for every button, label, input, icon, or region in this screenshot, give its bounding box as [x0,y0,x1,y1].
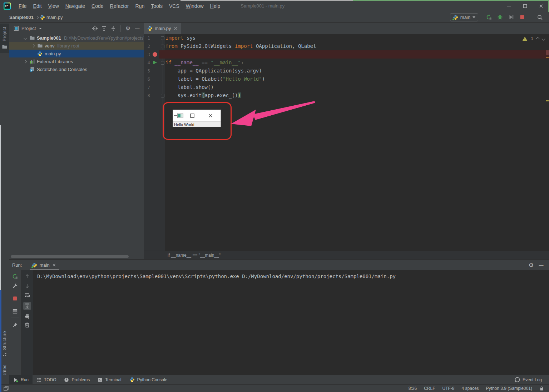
menu-navigate[interactable]: Navigate [62,3,88,9]
error-stripe[interactable] [545,34,549,251]
line-number: 4 [144,59,150,67]
chevron-down-icon[interactable] [21,37,29,39]
menu-file[interactable]: File [15,3,30,9]
menu-window[interactable]: Window [183,3,207,9]
settings-button[interactable]: ⚙ [124,25,132,32]
menu-edit[interactable]: Edit [30,3,45,9]
menu-vcs[interactable]: VCS [166,3,183,9]
soft-wrap-button[interactable] [24,292,31,299]
fold-marker-icon[interactable] [161,94,164,97]
fold-marker-icon[interactable] [161,61,164,65]
editor-tab-main-py[interactable]: main.py [144,23,181,34]
error-stripe-mark[interactable] [546,50,549,55]
print-button[interactable] [24,313,31,320]
menu-refactor[interactable]: Refactor [107,3,132,9]
window-title: Sample001 - main.py [241,3,285,9]
write-access-lock-icon[interactable] [539,386,544,391]
code-line-5[interactable]: 5 app = QApplication(sys.argv) [144,67,549,75]
tree-item-venv[interactable]: venvlibrary root [9,42,144,50]
menu-code[interactable]: Code [88,3,107,9]
event-log-button[interactable]: Event Log [515,377,549,382]
console-output[interactable]: D:\MyDownload\env\python\projects\Sample… [34,270,549,375]
tool-window-button-python-console[interactable]: Python Console [125,375,172,384]
breakpoint-icon[interactable] [153,52,157,57]
editor-tab-bar: main.py [144,23,549,34]
edit-settings-button[interactable] [11,282,19,290]
run-tab-main[interactable]: main [30,260,59,271]
breadcrumb-project[interactable]: Sample001 [9,15,34,20]
status-item-4-spaces[interactable]: 4 spaces [462,386,479,391]
code-editor[interactable]: 1import sys2from PySide2.QtWidgets impor… [144,34,549,251]
clear-button[interactable] [24,321,31,328]
tool-window-button-run[interactable]: Run [9,375,33,384]
expand-all-button[interactable] [109,25,117,32]
code-line-1[interactable]: 1import sys [144,34,549,42]
close-icon[interactable] [173,26,178,31]
chevron-right-icon[interactable] [29,45,36,47]
status-item-8-26[interactable]: 8:26 [409,386,417,391]
breadcrumb-file[interactable]: main.py [46,15,63,20]
python-icon [453,15,458,20]
down-button[interactable] [24,282,31,290]
code-line-4[interactable]: 4if __name__ == "__main__": [144,59,549,67]
window-close-button[interactable] [533,0,549,12]
window-minimize-button[interactable] [501,0,517,12]
error-stripe-mark[interactable] [546,57,549,58]
tree-item-main-py[interactable]: main.py [9,50,144,57]
window-maximize-button[interactable] [517,0,533,12]
toggle-tool-windows-icon[interactable] [3,385,9,392]
tree-item-sample001[interactable]: Sample001D:¥MyDownload¥env¥python¥projec… [9,34,144,42]
breadcrumb-context[interactable]: if __name__ == "__main__" [168,253,221,258]
close-icon[interactable] [52,263,57,268]
status-item-crlf[interactable]: CRLF [424,386,435,391]
tree-item-label: Scratches and Consoles [37,67,87,72]
code-line-3[interactable]: 3 [144,50,549,59]
project-panel-title[interactable]: Project [21,26,36,31]
scratches-icon [29,66,35,72]
run-line-icon[interactable] [153,61,157,64]
coverage-button[interactable] [507,13,515,21]
search-button[interactable] [535,13,544,21]
tool-window-button-terminal[interactable]: Terminal [94,375,125,384]
tree-item-external-libraries[interactable]: External Libraries [9,57,144,65]
up-button[interactable] [24,273,31,280]
menu-run[interactable]: Run [132,3,148,9]
error-stripe-mark[interactable] [546,100,549,101]
fold-marker-icon[interactable] [161,36,164,40]
hide-button[interactable]: — [538,262,545,269]
scroll-to-end-button[interactable] [23,302,31,310]
restore-layout-button[interactable] [11,308,19,315]
collapse-all-button[interactable] [100,25,108,32]
menu-tools[interactable]: Tools [148,3,166,9]
chevron-right-icon[interactable] [21,60,29,63]
horizontal-scrollbar[interactable] [11,255,129,258]
run-config-selector[interactable]: main [450,13,478,21]
stop-button[interactable] [11,295,19,302]
code-line-7[interactable]: 7 label.show() [144,83,549,91]
status-item-utf-8[interactable]: UTF-8 [442,386,455,391]
chevron-up-icon[interactable] [536,37,540,40]
debug-button[interactable] [496,13,504,21]
chevron-down-icon[interactable] [542,37,545,40]
rerun-button[interactable] [485,13,493,21]
inspections-widget[interactable]: 1 [522,36,545,41]
tool-window-button-todo[interactable]: TODO [33,375,60,384]
code-line-8[interactable]: 8 sys.exit(app.exec_()) [144,91,549,100]
run-tool-window-header: Run: main ⚙— [9,259,549,271]
tool-window-button-problems[interactable]: Problems [60,375,94,384]
tool-stripe-project[interactable]: Project [0,24,9,53]
settings-button[interactable]: ⚙ [528,262,535,269]
locate-button[interactable] [91,25,99,32]
rerun-button[interactable] [11,273,19,280]
status-item-python-3-9-sample001[interactable]: Python 3.9 (Sample001) [486,386,532,391]
fold-marker-icon[interactable] [161,45,164,48]
menu-help[interactable]: Help [207,3,224,9]
menu-view[interactable]: View [45,3,62,9]
hide-button[interactable]: — [133,25,141,32]
editor-breadcrumbs[interactable]: if __name__ == "__main__" [144,251,549,259]
code-line-2[interactable]: 2from PySide2.QtWidgets import QApplicat… [144,42,549,50]
pin-button[interactable] [11,321,19,328]
code-line-6[interactable]: 6 label = QLabel("Hello World") [144,75,549,83]
tree-item-scratches-and-consoles[interactable]: Scratches and Consoles [9,65,144,73]
stop-button[interactable] [518,13,526,21]
